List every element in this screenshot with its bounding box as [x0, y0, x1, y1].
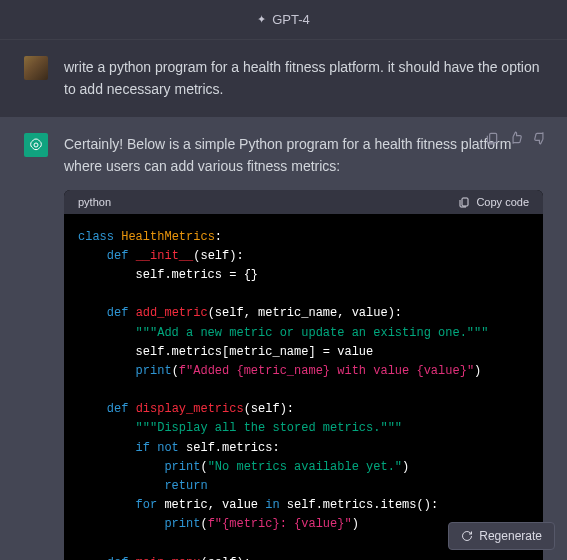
regenerate-label: Regenerate	[479, 529, 542, 543]
copy-icon[interactable]	[485, 131, 499, 145]
code-language-label: python	[78, 196, 111, 208]
assistant-avatar	[24, 133, 48, 157]
assistant-message-row: Certainly! Below is a simple Python prog…	[0, 117, 567, 560]
refresh-icon	[461, 530, 473, 542]
model-header: ✦ GPT-4	[0, 0, 567, 40]
copy-code-button[interactable]: Copy code	[458, 196, 529, 208]
svg-point-0	[34, 143, 38, 147]
code-block: python Copy code class HealthMetrics: de…	[64, 190, 543, 560]
regenerate-button[interactable]: Regenerate	[448, 522, 555, 550]
copy-code-label: Copy code	[476, 196, 529, 208]
sparkle-icon: ✦	[257, 13, 266, 26]
model-name: GPT-4	[272, 12, 310, 27]
user-message-row: write a python program for a health fitn…	[0, 40, 567, 117]
code-header: python Copy code	[64, 190, 543, 214]
user-avatar	[24, 56, 48, 80]
assistant-intro-text: Certainly! Below is a simple Python prog…	[64, 133, 543, 178]
thumbs-up-icon[interactable]	[509, 131, 523, 145]
code-body[interactable]: class HealthMetrics: def __init__(self):…	[64, 214, 543, 560]
svg-rect-1	[462, 198, 468, 206]
clipboard-icon	[458, 196, 470, 208]
openai-icon	[28, 137, 44, 153]
svg-rect-2	[490, 133, 497, 142]
user-message-text: write a python program for a health fitn…	[64, 56, 543, 101]
message-actions	[485, 131, 547, 145]
thumbs-down-icon[interactable]	[533, 131, 547, 145]
